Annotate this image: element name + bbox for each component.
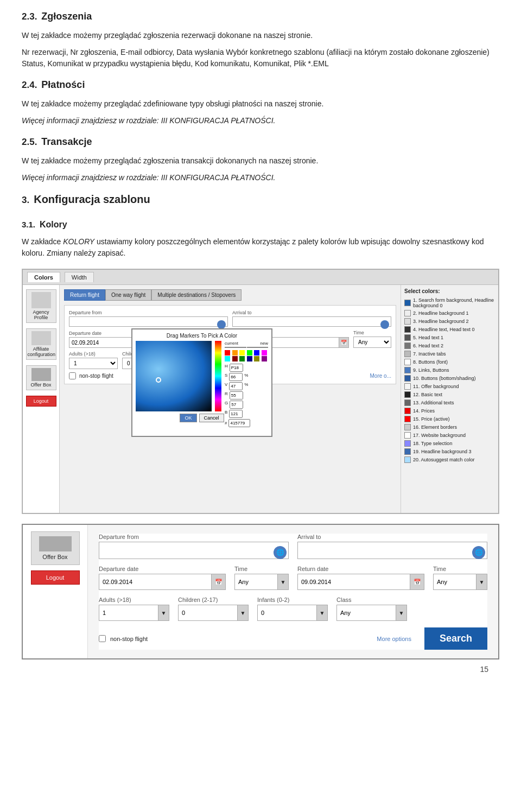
more-options-link[interactable]: More options: [377, 636, 411, 642]
nonstop-label: non-stop flight: [79, 373, 113, 379]
section-2-5-title: Transakcje: [41, 136, 92, 148]
tab-width[interactable]: Width: [65, 272, 94, 282]
arrival-globe-icon: [380, 320, 389, 329]
val-input[interactable]: [229, 382, 243, 390]
lf-class-select[interactable]: Any: [337, 607, 396, 619]
lf-bottom-row: non-stop flight More options Search: [99, 627, 487, 650]
color-option-2[interactable]: 2. Headline background 1: [404, 310, 495, 316]
color-option-5-label: 5. Head text 1: [413, 335, 443, 340]
arrival-to-field: Arrival to: [232, 310, 391, 327]
color-option-9-label: 9. Links, Buttons: [413, 367, 449, 373]
color-option-6[interactable]: 6. Head text 2: [404, 342, 495, 349]
spectrum-marker: [156, 377, 161, 383]
lf-time-field-1: Time Any ▼: [234, 566, 289, 590]
section-2-5-heading: 2.5.: [22, 137, 37, 148]
color-option-3-label: 3. Headline background 2: [413, 319, 469, 324]
sidebar-item-agency-profile[interactable]: Agency Profile: [26, 289, 56, 323]
sidebar-item-affiliate[interactable]: Affiliate configuration: [26, 328, 56, 360]
flight-tab-multi[interactable]: Multiple destinations / Stopovers: [151, 289, 242, 301]
departure-from-label: Departure from: [69, 310, 228, 315]
section-2-3: 2.3. Zgłoszenia W tej zakładce możemy pr…: [22, 11, 499, 69]
sidebar-logout[interactable]: Logout: [31, 570, 80, 585]
color-option-3[interactable]: 3. Headline background 2: [404, 318, 495, 325]
tab-colors[interactable]: Colors: [27, 272, 60, 282]
section-2-5-para-1: W tej zakładce możemy przeglądać zgłosze…: [22, 155, 499, 167]
lf-time-select-1[interactable]: Any: [235, 576, 277, 588]
sidebar-offer-box[interactable]: Offer Box: [31, 531, 80, 565]
color-spectrum[interactable]: [136, 341, 212, 411]
picker-cancel-button[interactable]: Cancel: [199, 414, 224, 422]
large-flight-form: Departure from 🌐 Arrival to 🌐: [99, 534, 487, 650]
section-2-4-para-1: W tej zakładce możemy przeglądać zdefini…: [22, 98, 499, 110]
color-option-16-label: 16. Element borders: [413, 424, 457, 430]
section-2-3-heading: 2.3.: [22, 11, 37, 22]
color-option-4[interactable]: 4. Headline text, Head text 0: [404, 326, 495, 333]
color-option-8-label: 8. Buttons (font): [413, 359, 448, 365]
color-option-7[interactable]: 7. Inactive tabs: [404, 351, 495, 357]
hue-bar[interactable]: [215, 341, 221, 411]
lf-nonstop-checkbox[interactable]: [99, 635, 106, 642]
color-option-5[interactable]: 5. Head text 1: [404, 334, 495, 341]
color-option-9[interactable]: 9. Links, Buttons: [404, 367, 495, 373]
adults-field: Adults (>18) 1: [69, 351, 118, 369]
more-options-link[interactable]: More o...: [370, 373, 391, 379]
departure-from-input[interactable]: [69, 316, 228, 327]
color-option-19[interactable]: 19. Headline background 3: [404, 448, 495, 455]
adults-select[interactable]: 1: [69, 358, 118, 369]
time-select-2[interactable]: Any: [353, 337, 391, 348]
r-input[interactable]: [230, 391, 243, 399]
sidebar-item-offer-box[interactable]: Offer Box: [26, 365, 56, 390]
lf-ret-date-input[interactable]: [298, 576, 410, 588]
nonstop-checkbox[interactable]: [69, 372, 76, 379]
color-option-15[interactable]: 15. Price (active): [404, 416, 495, 422]
screenshot-2-main: Departure from 🌐 Arrival to 🌐: [88, 525, 498, 658]
section-3-1-heading: 3.1.: [22, 220, 35, 229]
lf-arrival-input[interactable]: [297, 542, 487, 559]
color-option-1[interactable]: 1. Search form background, Headline back…: [404, 297, 495, 308]
color-option-20[interactable]: 20. Autosuggest match color: [404, 456, 495, 463]
screenshot-2-body: Offer Box Logout Departure from 🌐: [23, 525, 498, 658]
lf-time-label-1: Time: [234, 566, 289, 572]
lf-ret-cal-icon[interactable]: 📅: [410, 574, 424, 589]
sidebar-item-logout[interactable]: Logout: [26, 396, 56, 407]
lf-infants-select[interactable]: 0: [258, 607, 316, 619]
departure-from-field: Departure from: [69, 310, 228, 327]
color-option-14-label: 14. Prices: [413, 408, 435, 414]
lf-dep-cal-icon[interactable]: 📅: [211, 574, 225, 589]
color-option-8[interactable]: 8. Buttons (font): [404, 359, 495, 365]
color-option-11[interactable]: 11. Offer background: [404, 383, 495, 390]
color-option-12[interactable]: 12. Basic text: [404, 391, 495, 398]
lf-adults-select[interactable]: 1: [99, 607, 158, 619]
lf-children-select[interactable]: 0: [179, 607, 237, 619]
color-option-17[interactable]: 17. Website background: [404, 432, 495, 439]
section-3-heading: 3.: [22, 195, 29, 206]
hex-input[interactable]: [228, 419, 250, 427]
lf-dep-date-input[interactable]: [99, 576, 211, 588]
section-3: 3. Konfiguracja szablonu: [22, 193, 499, 210]
color-option-13[interactable]: 13. Additional texts: [404, 399, 495, 406]
color-option-14[interactable]: 14. Prices: [404, 408, 495, 414]
section-3-1: 3.1. Kolory W zakładce KOLORY ustawiamy …: [22, 220, 499, 259]
flight-tabs: Return flight One way flight Multiple de…: [64, 289, 396, 301]
hue-input[interactable]: [230, 364, 243, 372]
picker-ok-button[interactable]: OK: [180, 414, 196, 422]
lf-time-select-2[interactable]: Any: [434, 576, 476, 588]
g-input[interactable]: [230, 401, 243, 409]
section-3-1-title: Kolory: [40, 220, 67, 230]
lf-time-arrow-1: ▼: [277, 574, 288, 589]
search-button[interactable]: Search: [424, 627, 487, 650]
return-cal-icon[interactable]: 📅: [339, 338, 348, 347]
b-input[interactable]: [229, 410, 243, 418]
lf-class-label: Class: [336, 597, 407, 603]
section-2-3-para-1: W tej zakładce możemy przeglądać zgłosze…: [22, 30, 499, 41]
adults-label: Adults (>18): [69, 351, 118, 357]
sat-input[interactable]: [229, 373, 243, 381]
color-option-10[interactable]: 10. Buttons (bottom/shading): [404, 375, 495, 382]
color-option-16[interactable]: 16. Element borders: [404, 424, 495, 430]
section-2-4-title: Płatności: [41, 79, 85, 91]
lf-departure-input[interactable]: [99, 542, 289, 559]
flight-tab-oneway[interactable]: One way flight: [105, 289, 151, 301]
flight-tab-return[interactable]: Return flight: [64, 289, 105, 301]
color-option-18[interactable]: 18. Type selection: [404, 440, 495, 447]
arrival-to-input[interactable]: [232, 316, 391, 327]
